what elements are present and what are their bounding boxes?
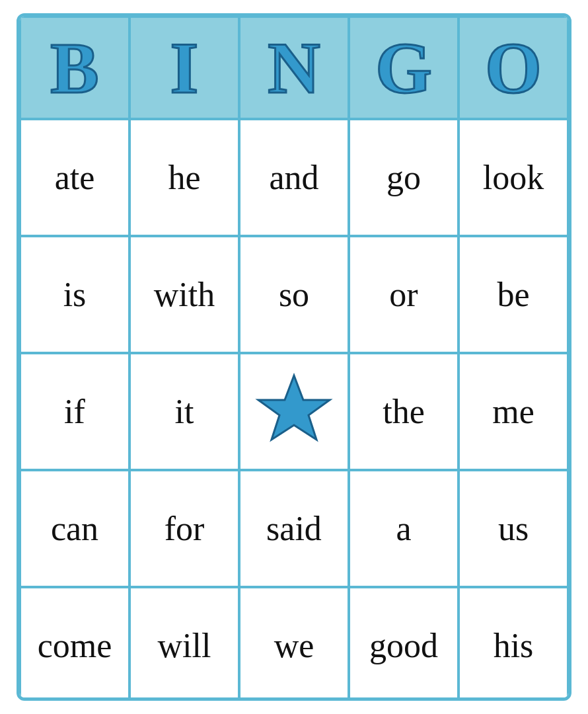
cell-and[interactable]: and — [239, 119, 349, 236]
cell-is[interactable]: is — [20, 236, 129, 353]
word-is: is — [63, 275, 87, 314]
cell-look[interactable]: look — [459, 119, 568, 236]
word-it: it — [175, 392, 194, 431]
word-for: for — [165, 509, 205, 548]
letter-o: O — [485, 32, 542, 104]
word-can: can — [51, 509, 98, 548]
header-cell-b: B — [20, 17, 129, 119]
word-we: we — [274, 626, 314, 665]
word-with: with — [154, 275, 215, 314]
cell-said[interactable]: said — [239, 470, 349, 587]
word-if: if — [64, 392, 85, 431]
letter-n: N — [268, 32, 320, 104]
cell-if[interactable]: if — [20, 353, 129, 470]
word-ate: ate — [55, 158, 95, 197]
free-space-star-icon — [254, 372, 334, 452]
cell-or[interactable]: or — [349, 236, 459, 353]
word-come: come — [38, 626, 112, 665]
cell-can[interactable]: can — [20, 470, 129, 587]
cell-with[interactable]: with — [129, 236, 239, 353]
word-so: so — [279, 275, 309, 314]
cell-a[interactable]: a — [349, 470, 459, 587]
cell-go[interactable]: go — [349, 119, 459, 236]
word-good: good — [369, 626, 438, 665]
cell-the[interactable]: the — [349, 353, 459, 470]
word-said: said — [266, 509, 322, 548]
header-cell-g: G — [349, 17, 459, 119]
cell-good[interactable]: good — [349, 587, 459, 701]
word-he: he — [168, 158, 200, 197]
cell-so[interactable]: so — [239, 236, 349, 353]
word-his: his — [494, 626, 534, 665]
cell-he[interactable]: he — [129, 119, 239, 236]
cell-his[interactable]: his — [459, 587, 568, 701]
cell-ate[interactable]: ate — [20, 119, 129, 236]
word-me: me — [492, 392, 534, 431]
word-go: go — [386, 158, 421, 197]
bingo-card: B I N G O ate he and go look — [17, 13, 571, 701]
cell-me[interactable]: me — [459, 353, 568, 470]
cell-be[interactable]: be — [459, 236, 568, 353]
word-be: be — [497, 275, 529, 314]
cell-for[interactable]: for — [129, 470, 239, 587]
word-look: look — [483, 158, 544, 197]
header-cell-o: O — [459, 17, 568, 119]
header-cell-n: N — [239, 17, 349, 119]
letter-g: G — [375, 32, 432, 104]
header-cell-i: I — [129, 17, 239, 119]
cell-come[interactable]: come — [20, 587, 129, 701]
word-the: the — [383, 392, 425, 431]
cell-it[interactable]: it — [129, 353, 239, 470]
bingo-grid: B I N G O ate he and go look — [20, 17, 568, 697]
cell-us[interactable]: us — [459, 470, 568, 587]
letter-i: I — [170, 32, 199, 104]
svg-marker-0 — [258, 376, 330, 440]
cell-will[interactable]: will — [129, 587, 239, 701]
word-will: will — [158, 626, 211, 665]
free-space-cell[interactable] — [239, 353, 349, 470]
word-a: a — [396, 509, 411, 548]
letter-b: B — [50, 32, 98, 104]
word-and: and — [269, 158, 318, 197]
word-us: us — [498, 509, 529, 548]
word-or: or — [389, 275, 418, 314]
cell-we[interactable]: we — [239, 587, 349, 701]
